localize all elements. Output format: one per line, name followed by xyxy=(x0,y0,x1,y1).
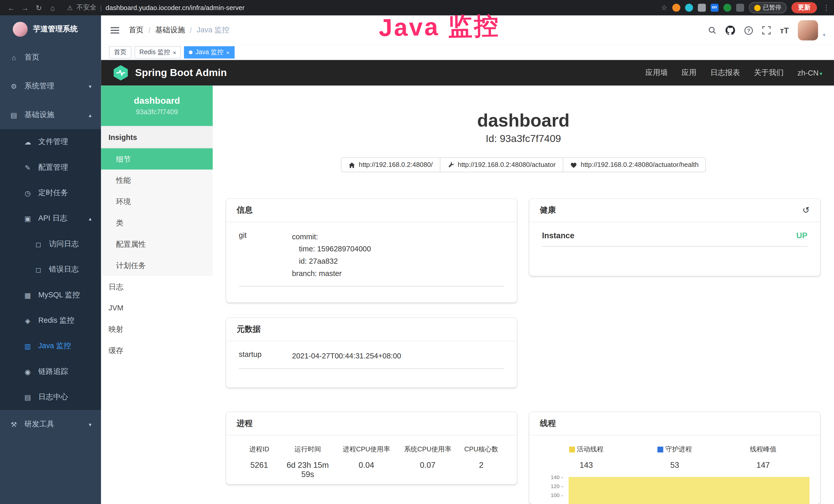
sidebar-item-dev-tools[interactable]: ⚒ 研发工具 ▾ xyxy=(0,410,101,439)
github-icon[interactable] xyxy=(726,25,736,35)
sidebar-item-redis-monitor[interactable]: ◈ Redis 监控 xyxy=(0,308,101,333)
sidebar-item-error-logs[interactable]: ◻ 错误日志 xyxy=(0,257,101,282)
history-icon[interactable]: ↺ xyxy=(803,205,810,215)
sidebar-item-access-logs[interactable]: ◻ 访问日志 xyxy=(0,231,101,257)
extension-icon[interactable] xyxy=(723,4,731,12)
svg-text:?: ? xyxy=(747,27,750,33)
sba-item-beans[interactable]: 类 xyxy=(101,212,213,233)
sba-item-scheduled-tasks[interactable]: 计划任务 xyxy=(101,255,213,276)
sba-item-logs[interactable]: 日志 xyxy=(101,276,213,297)
sba-navbar: Spring Boot Admin 应用墙 应用 日志报表 关于我们 zh-CN… xyxy=(101,60,834,86)
sba-item-caches[interactable]: 缓存 xyxy=(101,340,213,361)
locale-selector[interactable]: zh-CN▾ xyxy=(797,69,822,77)
breadcrumb-current: Java 监控 xyxy=(197,25,229,35)
sidebar-item-file-management[interactable]: ☁ 文件管理 xyxy=(0,129,101,155)
app-logo-row[interactable]: 芋道管理系统 xyxy=(0,16,101,43)
sba-nav-about[interactable]: 关于我们 xyxy=(754,68,784,77)
infrastructure-submenu: ☁ 文件管理 ✎ 配置管理 ◷ 定时任务 ▣ API 日志 ▴ xyxy=(0,129,101,410)
close-icon[interactable]: × xyxy=(226,49,229,56)
profile-paused-badge[interactable]: 已暂停 xyxy=(749,2,787,13)
help-icon[interactable]: ? xyxy=(744,26,753,35)
hamburger-icon[interactable] xyxy=(110,25,120,36)
health-card-title: 健康 xyxy=(540,205,556,215)
search-icon[interactable] xyxy=(708,26,717,35)
fullscreen-icon[interactable] xyxy=(762,26,771,35)
forward-icon[interactable]: → xyxy=(18,3,32,12)
font-size-icon[interactable]: тT xyxy=(780,26,789,35)
puzzle-extension-icon[interactable] xyxy=(736,4,744,12)
active-tab-dot xyxy=(189,51,193,54)
sba-brand-title[interactable]: Spring Boot Admin xyxy=(135,67,227,79)
sidebar-item-java-monitor[interactable]: ▥ Java 监控 xyxy=(0,333,101,359)
threads-card-title: 线程 xyxy=(529,412,820,435)
legend-value: 143 xyxy=(542,460,630,469)
y-axis-tick: 140 xyxy=(543,475,563,480)
tab-home[interactable]: 首页 xyxy=(109,46,132,59)
git-branch-line: branch: master xyxy=(292,268,371,280)
sidebar-item-label: 研发工具 xyxy=(24,419,54,429)
sba-body: dashboard 93a3fc7f7409 Insights 细节 性能 环境… xyxy=(101,86,834,504)
health-instance-row[interactable]: Instance UP xyxy=(542,231,807,247)
avatar[interactable] xyxy=(798,20,818,41)
metadata-card-title: 元数据 xyxy=(226,318,517,341)
threads-legend: 活动线程 143 守护进程 53 线程峰值 14 xyxy=(542,445,807,469)
sba-nav-applications[interactable]: 应用 xyxy=(681,68,696,77)
address-bar[interactable]: ⚠ 不安全 | dashboard.yudao.iocoder.cn/infra… xyxy=(67,3,244,12)
url-text[interactable]: dashboard.yudao.iocoder.cn/infra/admin-s… xyxy=(106,4,244,12)
sidebar-item-home[interactable]: ⌂ 首页 xyxy=(0,43,101,72)
sidebar-item-trace[interactable]: ◉ 链路追踪 xyxy=(0,359,101,384)
tab-redis-monitor[interactable]: Redis 监控 × xyxy=(135,46,181,59)
extension-icon[interactable]: on xyxy=(710,4,719,12)
extension-icon[interactable] xyxy=(672,4,680,12)
document-icon: ◻ xyxy=(34,266,43,273)
legend-column: 活动线程 143 xyxy=(542,445,630,469)
metadata-key: startup xyxy=(239,350,292,362)
sidebar-item-log-center[interactable]: ▤ 日志中心 xyxy=(0,384,101,410)
sba-nav-journal[interactable]: 日志报表 xyxy=(710,68,740,77)
info-row-git: git commit: time: 1596289704000 id: 27aa… xyxy=(239,231,504,287)
sba-item-config-props[interactable]: 配置属性 xyxy=(101,233,213,255)
reload-icon[interactable]: ↻ xyxy=(32,3,46,12)
avatar-caret-icon[interactable]: ▾ xyxy=(823,32,825,40)
breadcrumb-infrastructure[interactable]: 基础设施 xyxy=(155,25,185,35)
sidebar-item-label: Redis 监控 xyxy=(38,316,74,325)
breadcrumb-home[interactable]: 首页 xyxy=(129,25,144,35)
back-icon[interactable]: ← xyxy=(4,3,18,12)
eye-icon: ◉ xyxy=(23,368,32,375)
sidebar-item-infrastructure[interactable]: ▤ 基础设施 ▴ xyxy=(0,100,101,129)
health-url-button[interactable]: http://192.168.0.2:48080/actuator/health xyxy=(563,157,706,172)
sidebar-item-config-management[interactable]: ✎ 配置管理 xyxy=(0,155,101,180)
sidebar-item-system-management[interactable]: ⚙ 系统管理 ▾ xyxy=(0,72,101,101)
breadcrumb-separator: / xyxy=(190,26,192,35)
sba-item-metrics[interactable]: 性能 xyxy=(101,170,213,191)
extension-icon[interactable] xyxy=(685,4,693,12)
legend-value: 53 xyxy=(631,460,719,469)
browser-home-icon[interactable]: ⌂ xyxy=(46,3,60,12)
close-icon[interactable]: × xyxy=(173,49,176,56)
security-label[interactable]: 不安全 xyxy=(76,3,96,12)
tab-java-monitor[interactable]: Java 监控 × xyxy=(184,46,234,59)
extension-on-badge: on xyxy=(710,5,719,10)
header-actions: ? тT ▾ xyxy=(708,20,826,41)
kebab-menu-icon[interactable]: ⋮ xyxy=(823,4,830,12)
sba-item-jvm[interactable]: JVM xyxy=(101,297,213,319)
sidebar-item-mysql-monitor[interactable]: ▦ MySQL 监控 xyxy=(0,282,101,308)
service-url-button[interactable]: http://192.168.0.2:48080/ xyxy=(341,157,440,172)
bookmark-star-icon[interactable]: ☆ xyxy=(661,4,667,12)
chevron-up-icon: ▴ xyxy=(89,112,91,118)
sba-nav-wallboard[interactable]: 应用墙 xyxy=(645,68,667,77)
instance-name: dashboard xyxy=(134,96,180,106)
sidebar-item-api-logs[interactable]: ▣ API 日志 ▴ xyxy=(0,206,101,231)
info-card: 信息 git commit: time: 1596289704000 id: 2… xyxy=(226,199,517,302)
sidebar-item-scheduled-tasks[interactable]: ◷ 定时任务 xyxy=(0,180,101,206)
actuator-url-button[interactable]: http://192.168.0.2:48080/actuator xyxy=(440,157,563,172)
instance-header[interactable]: dashboard 93a3fc7f7409 xyxy=(101,86,213,126)
app-frame: 芋道管理系统 ⌂ 首页 ⚙ 系统管理 ▾ ▤ 基础设施 ▴ xyxy=(0,16,834,504)
sba-item-environment[interactable]: 环境 xyxy=(101,191,213,212)
legend-label: 活动线程 xyxy=(577,445,603,454)
sba-item-details[interactable]: 细节 xyxy=(101,148,213,170)
update-button[interactable]: 更新 xyxy=(791,2,817,13)
sba-item-mappings[interactable]: 映射 xyxy=(101,318,213,340)
extension-icon[interactable] xyxy=(698,4,706,12)
sidebar-item-label: MySQL 监控 xyxy=(38,290,80,300)
